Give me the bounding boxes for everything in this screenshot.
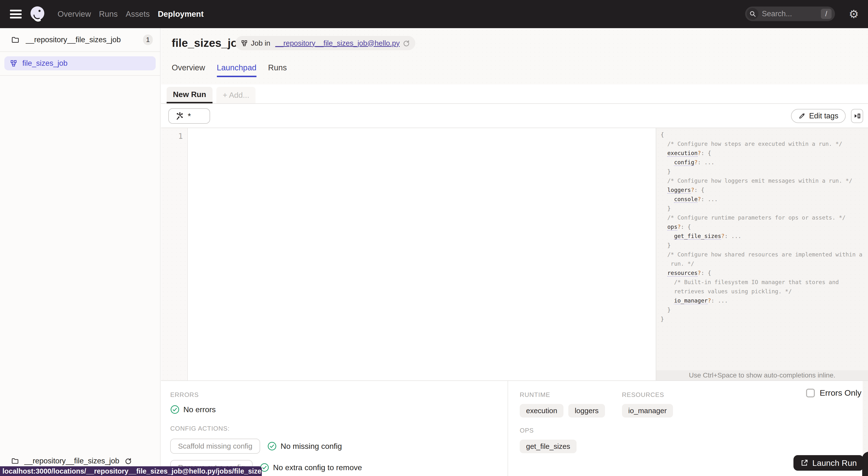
tab-runs[interactable]: Runs	[268, 63, 287, 77]
sidebar: __repository__file_sizes_job 1 file_size…	[0, 28, 160, 476]
sidebar-repo-group[interactable]: __repository__file_sizes_job 1	[0, 28, 160, 52]
session-tab-new-run[interactable]: New Run	[166, 87, 213, 103]
schema-line: /* Configure how steps are executed with…	[660, 139, 868, 148]
chip-execution[interactable]: execution	[520, 404, 563, 417]
schema-line: resources?: {	[660, 268, 868, 277]
errors-section: ERRORS No errors CONFIG ACTIONS: Scaffol…	[170, 381, 505, 475]
job-context-prefix: Job in	[251, 39, 272, 47]
gear-icon[interactable]: ⚙	[849, 8, 859, 20]
schema-line: }	[660, 167, 868, 176]
schema-line: }	[660, 305, 868, 314]
search-input[interactable]	[762, 9, 821, 18]
schema-line: /* Configure how loggers emit messages w…	[660, 176, 868, 185]
config-workspace: 1 { /* Configure how steps are executed …	[161, 128, 868, 380]
status-bar-url: localhost:3000/locations/__repository__f…	[2, 467, 262, 475]
expand-panel-icon	[853, 112, 861, 120]
folder-icon	[11, 457, 19, 465]
reload-icon[interactable]	[403, 39, 410, 47]
bottom-panel-divider	[507, 381, 508, 476]
sidebar-footer: __repository__file_sizes_job	[11, 456, 132, 465]
errors-only-toggle[interactable]: Errors Only	[806, 388, 862, 398]
page-header: file_sizes_job Job in __repository__file…	[161, 28, 868, 84]
resources-chips: io_manager	[622, 404, 673, 417]
schema-line: io_manager?: ...	[660, 296, 868, 305]
chip-loggers[interactable]: loggers	[568, 404, 605, 417]
op-selector-value: *	[188, 111, 191, 121]
sidebar-repo-label: __repository__file_sizes_job	[26, 35, 143, 44]
tab-overview[interactable]: Overview	[172, 63, 205, 77]
ops-group: OPS get_file_sizes	[520, 427, 858, 453]
schema-line: retrieves values using pickling. */	[660, 287, 868, 296]
dagster-logo[interactable]	[29, 6, 46, 23]
browser-status-bar: localhost:3000/locations/__repository__f…	[0, 466, 262, 476]
edit-tags-label: Edit tags	[809, 112, 838, 120]
reload-icon[interactable]	[125, 457, 132, 465]
ops-label: OPS	[520, 427, 858, 434]
hamburger-menu-icon[interactable]	[10, 10, 22, 19]
job-context-badge: Job in __repository__file_sizes_job@hell…	[235, 36, 415, 50]
config-editor[interactable]	[188, 128, 656, 380]
job-graph-icon	[241, 39, 248, 47]
expand-panel-button[interactable]	[851, 109, 863, 123]
launch-run-button[interactable]: Launch Run	[794, 455, 864, 471]
ops-chips: get_file_sizes	[520, 440, 858, 453]
sidebar-item-file_sizes_job[interactable]: file_sizes_job	[4, 56, 156, 70]
op-selector-input[interactable]: *	[168, 108, 210, 124]
config-schema: { /* Configure how steps are executed wi…	[656, 128, 868, 324]
schema-line: config?: ...	[660, 158, 868, 167]
check-circle-icon	[268, 442, 277, 451]
launchpad-content: New Run+ Add... * Edit tags	[161, 84, 868, 476]
sidebar-count-badge: 1	[143, 34, 153, 45]
config-action-status: No extra config to remove	[260, 463, 362, 472]
config-action-status-text: No missing config	[280, 442, 342, 451]
errors-only-checkbox[interactable]	[806, 389, 815, 397]
job-graph-icon	[10, 60, 18, 67]
edit-tags-button[interactable]: Edit tags	[791, 109, 846, 123]
runtime-group: RUNTIME executionloggers	[520, 391, 605, 417]
schema-line: console?: ...	[660, 195, 868, 204]
config-action-status-text: No extra config to remove	[273, 463, 362, 472]
schema-line: execution?: {	[660, 148, 868, 158]
schema-line: }	[660, 241, 868, 250]
nav-link-overview[interactable]: Overview	[58, 9, 91, 19]
config-schema-panel: { /* Configure how steps are executed wi…	[656, 128, 868, 380]
search-box[interactable]: /	[745, 6, 835, 21]
config-action-row: Scaffold missing configNo missing config	[170, 439, 505, 454]
schema-line: {	[660, 130, 868, 139]
pencil-icon	[798, 112, 806, 120]
schema-line: /* Configure runtime parameters for ops …	[660, 213, 868, 222]
errors-status: No errors	[183, 405, 216, 414]
top-nav: OverviewRunsAssetsDeployment / ⚙	[0, 0, 868, 28]
launch-run-label: Launch Run	[812, 458, 857, 468]
schema-line: ops?: {	[660, 222, 868, 232]
nav-link-runs[interactable]: Runs	[99, 9, 118, 19]
external-link-icon	[800, 459, 808, 467]
chip-get_file_sizes[interactable]: get_file_sizes	[520, 440, 577, 453]
schema-line: /* Built-in filesystem IO manager that s…	[660, 277, 868, 287]
chip-io_manager[interactable]: io_manager	[622, 404, 673, 417]
schema-line: }	[660, 314, 868, 324]
check-circle-icon	[170, 405, 180, 414]
schema-line: get_file_sizes?: ...	[660, 232, 868, 241]
schema-hint: Use Ctrl+Space to show auto-completions …	[656, 370, 868, 380]
page-tabs: OverviewLaunchpadRuns	[172, 63, 287, 77]
resources-group: RESOURCES io_manager	[622, 391, 673, 417]
editor-line-number: 1	[161, 128, 187, 141]
tab-launchpad[interactable]: Launchpad	[217, 63, 256, 77]
errors-only-label: Errors Only	[820, 388, 862, 398]
sidebar-footer-label: __repository__file_sizes_job	[24, 456, 119, 465]
scaffold-missing-config-button[interactable]: Scaffold missing config	[170, 439, 260, 454]
job-context-link[interactable]: __repository__file_sizes_job@hello.py	[275, 39, 400, 47]
schema-line: loggers?: {	[660, 185, 868, 195]
session-tabs-row: New Run+ Add...	[161, 84, 868, 104]
launchpad-toolbar: * Edit tags	[161, 104, 868, 128]
op-selector-icon	[175, 112, 184, 120]
config-actions-label: CONFIG ACTIONS:	[170, 425, 505, 432]
nav-link-deployment[interactable]: Deployment	[158, 9, 204, 19]
nav-link-assets[interactable]: Assets	[126, 9, 150, 19]
session-tab-add[interactable]: + Add...	[216, 87, 255, 103]
resources-label: RESOURCES	[622, 391, 673, 399]
nav-links: OverviewRunsAssetsDeployment	[58, 9, 204, 19]
editor-gutter: 1	[161, 128, 188, 380]
runtime-label: RUNTIME	[520, 391, 605, 399]
